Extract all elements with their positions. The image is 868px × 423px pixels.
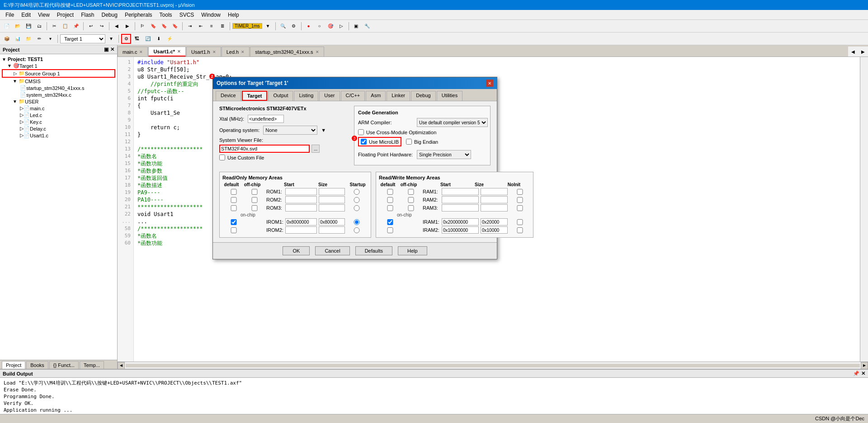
- circle-btn[interactable]: ○: [315, 21, 325, 31]
- new-btn[interactable]: 📄: [2, 21, 12, 31]
- open-btn[interactable]: 📂: [13, 21, 23, 31]
- iram1-size[interactable]: [481, 218, 508, 226]
- ram1-noinit-cb[interactable]: [509, 189, 530, 195]
- rec-btn[interactable]: ●: [304, 21, 314, 31]
- redo-btn[interactable]: ↪: [97, 21, 107, 31]
- dialog-tab-asm[interactable]: Asm: [366, 91, 386, 101]
- ram2-size[interactable]: [481, 196, 508, 203]
- fp-hw-select[interactable]: Single Precision Not Used Double Precisi…: [417, 150, 471, 159]
- menu-peripherals[interactable]: Peripherals: [121, 11, 156, 19]
- settings-btn[interactable]: 🔧: [362, 21, 372, 31]
- panel-close-icon[interactable]: ✕: [110, 47, 114, 52]
- magnify-btn[interactable]: 🔍: [278, 21, 288, 31]
- tree-cmsis[interactable]: ▼ 📁 CMSIS: [2, 78, 115, 85]
- ram3-default-cb[interactable]: [381, 205, 399, 211]
- t2-btn1[interactable]: 📦: [2, 34, 12, 44]
- save-btn[interactable]: 💾: [24, 21, 33, 31]
- h-scroll-left-btn[interactable]: ◀: [118, 362, 125, 369]
- code-scrollbar[interactable]: [860, 57, 868, 362]
- tree-main[interactable]: ▷ 📄 main.c: [2, 105, 115, 112]
- ram3-noinit-cb[interactable]: [509, 205, 530, 211]
- dialog-ok-btn[interactable]: OK: [283, 246, 310, 255]
- irom2-startup-radio[interactable]: [347, 227, 367, 233]
- t2-btn5[interactable]: ▾: [45, 34, 55, 44]
- iram2-size[interactable]: [481, 226, 508, 234]
- tab-funct[interactable]: {} Funct...: [49, 361, 79, 369]
- rom2-size[interactable]: [319, 196, 345, 203]
- iram1-default-cb[interactable]: [381, 219, 399, 225]
- save-all-btn[interactable]: 🗂: [34, 21, 44, 31]
- xtal-input[interactable]: [248, 115, 284, 123]
- dialog-tab-output[interactable]: Output: [268, 91, 293, 101]
- build-btn[interactable]: 🏗: [132, 34, 142, 44]
- menu-tools[interactable]: Tools: [156, 11, 176, 19]
- rom1-startup-radio[interactable]: [347, 189, 367, 195]
- tree-project[interactable]: ▼ Project: TEST1: [2, 56, 115, 62]
- bookmark4-btn[interactable]: 🔖: [170, 21, 180, 31]
- big-endian-checkbox[interactable]: [406, 139, 412, 145]
- target-drop[interactable]: ▼: [106, 34, 116, 44]
- irom2-default-cb[interactable]: [225, 227, 243, 233]
- ram3-size[interactable]: [481, 204, 508, 212]
- dialog-help-btn[interactable]: Help: [398, 246, 427, 255]
- os-select[interactable]: None RTX Kernel: [263, 126, 317, 135]
- dialog-tab-cpp[interactable]: C/C++: [341, 91, 365, 101]
- timer-drop[interactable]: ▼: [263, 21, 273, 31]
- more3-btn[interactable]: ⚙: [289, 21, 299, 31]
- dialog-tab-device[interactable]: Device: [216, 91, 241, 101]
- svf-input[interactable]: [219, 145, 310, 153]
- bookmark-btn[interactable]: 🏳: [137, 21, 147, 31]
- iram1-start[interactable]: [442, 218, 479, 226]
- ram1-start[interactable]: [442, 188, 479, 195]
- t2-btn2[interactable]: 📊: [13, 34, 23, 44]
- dialog-cancel-btn[interactable]: Cancel: [315, 246, 349, 255]
- ram1-size[interactable]: [481, 188, 508, 195]
- target-btn[interactable]: 🎯: [326, 21, 335, 31]
- tab-main-c-close[interactable]: ✕: [139, 50, 143, 54]
- tab-usart1-h-close[interactable]: ✕: [212, 50, 216, 54]
- h-scrollbar[interactable]: ◀ ▶: [118, 362, 868, 369]
- tree-system[interactable]: 📄 system_stm32f4xx.c: [2, 91, 115, 98]
- view-btn[interactable]: ▣: [351, 21, 361, 31]
- ram1-default-cb[interactable]: [381, 189, 399, 195]
- microlib-checkbox[interactable]: [361, 139, 367, 145]
- panel-icon1[interactable]: ▣: [104, 47, 108, 52]
- rom1-default-cb[interactable]: [225, 189, 243, 195]
- rom1-start[interactable]: [285, 188, 317, 195]
- menu-file[interactable]: File: [2, 11, 18, 19]
- tab-usart1-h[interactable]: Usart1.h ✕: [186, 47, 221, 56]
- tab-main-c[interactable]: main.c ✕: [118, 47, 148, 56]
- tab-books[interactable]: Books: [26, 361, 48, 369]
- rom3-offchip-cb[interactable]: [245, 205, 264, 211]
- target-select[interactable]: Target 1: [60, 34, 105, 43]
- menu-help[interactable]: Help: [224, 11, 243, 19]
- rom3-size[interactable]: [319, 204, 345, 212]
- irom2-start[interactable]: [285, 226, 317, 234]
- ram3-start[interactable]: [442, 204, 479, 212]
- dialog-tab-user[interactable]: User: [319, 91, 340, 101]
- menu-edit[interactable]: Edit: [18, 11, 34, 19]
- irom1-startup-radio[interactable]: [347, 219, 367, 225]
- svf-browse-btn[interactable]: ...: [311, 145, 320, 153]
- tree-delay[interactable]: ▷ 📄 Delay.c: [2, 125, 115, 132]
- tab-scroll-right[interactable]: ▶: [858, 47, 868, 56]
- ram2-noinit-cb[interactable]: [509, 197, 530, 203]
- build-pin-icon[interactable]: 📌: [853, 371, 859, 376]
- tree-user[interactable]: ▼ 📁 USER: [2, 98, 115, 105]
- tab-startup-s[interactable]: startup_stm32f40_41xxx.s ✕: [250, 47, 324, 56]
- cut-btn[interactable]: ✂: [49, 21, 59, 31]
- cross-module-checkbox[interactable]: [358, 129, 364, 135]
- options-dialog[interactable]: Options for Target 'Target 1' ✕ Device T…: [212, 77, 497, 259]
- tree-target1[interactable]: ▼ 🎯 Target 1: [2, 62, 115, 69]
- rom3-default-cb[interactable]: [225, 205, 243, 211]
- ram3-offchip-cb[interactable]: [401, 205, 421, 211]
- run-btn[interactable]: ▷: [336, 21, 346, 31]
- rom2-offchip-cb[interactable]: [245, 197, 264, 203]
- nav-fwd-btn[interactable]: ▶: [123, 21, 132, 31]
- bookmark2-btn[interactable]: 🔖: [148, 21, 158, 31]
- irom2-size[interactable]: [319, 226, 345, 234]
- options-btn[interactable]: ⚙: [121, 34, 131, 44]
- tree-key[interactable]: ▷ 📄 Key.c: [2, 118, 115, 125]
- flash-btn[interactable]: ⚡: [165, 34, 175, 44]
- irom1-default-cb[interactable]: [225, 219, 243, 225]
